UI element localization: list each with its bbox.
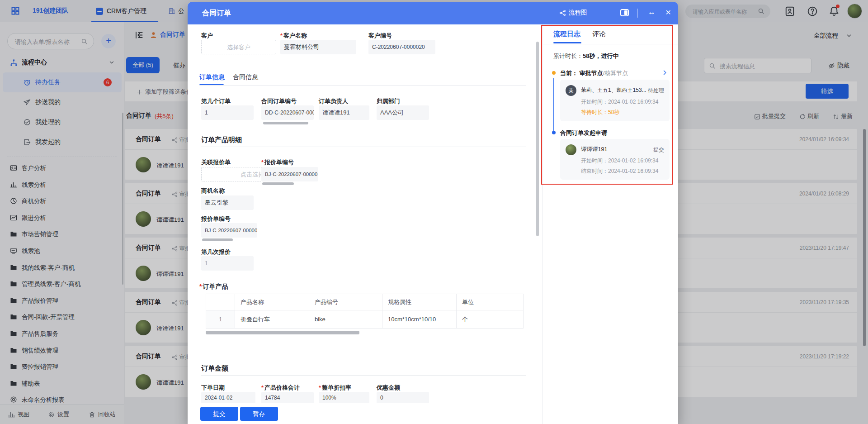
order-index-label: 第几个订单 — [201, 97, 231, 105]
initiated-node-dot — [552, 131, 556, 134]
quote-index-label: 第几次报价 — [201, 248, 231, 256]
coupon-field[interactable]: 0 — [377, 392, 429, 404]
quote-no2-label: 报价单编号 — [201, 215, 231, 223]
section-divider — [201, 147, 526, 147]
start-time: 开始时间：2024-01-02 16:09:34 — [581, 98, 658, 106]
modal-scrollbar[interactable] — [536, 42, 539, 236]
section-divider — [201, 375, 526, 376]
app-root: 191创建团队 CRM客户管理 公 请输入应用或表单名称 请输入表单/报表名称 … — [0, 0, 868, 424]
order-date-label: 下单日期 — [201, 384, 225, 392]
rel-quote-label: 关联报价单 — [201, 158, 231, 167]
cell-index: 1 — [206, 310, 235, 329]
end-time: 结束时间：2024-01-02 16:09:34 — [581, 167, 658, 175]
submit-button[interactable]: 提交 — [200, 407, 238, 421]
total-duration: 58秒 — [583, 52, 595, 59]
cell-product-name[interactable]: 折叠自行车 — [235, 310, 309, 329]
coupon-label: 优惠金额 — [377, 384, 400, 392]
quote-index-field[interactable]: 1 — [201, 256, 254, 271]
timeline-connector — [553, 78, 554, 132]
approver-names: 茉莉、王五1、凯西王153... — [581, 86, 646, 94]
tab-flow-log[interactable]: 流程日志 — [553, 30, 580, 38]
contract-order-modal: 合同订单 流程图 ↔ × 客户 选择客户 客户名称 蔓霍材料公司 客户编号 C-… — [188, 2, 678, 424]
customer-no-field[interactable]: C-20220607-0000020 — [368, 40, 435, 54]
pending-status: 待处理 — [648, 87, 664, 95]
h-scrollbar[interactable] — [263, 122, 308, 124]
dept-label: 归属部门 — [377, 97, 400, 105]
section-product-detail: 订单产品明细 — [201, 136, 242, 144]
flow-summary: 累计时长：58秒，进行中 — [553, 52, 618, 60]
flow-tab-divider — [543, 44, 678, 44]
initiator-avatar — [566, 144, 576, 155]
cell-product-code[interactable]: bike — [309, 310, 382, 329]
products-table: 产品名称 产品编号 规格属性 单位 1 折叠自行车 bike 10cm*10cm… — [206, 294, 524, 329]
customer-no-label: 客户编号 — [368, 32, 392, 40]
modal-footer: 提交 暂存 — [188, 403, 542, 424]
discount-field[interactable]: 100% — [319, 392, 369, 404]
h-scrollbar[interactable] — [202, 238, 233, 241]
total-label: 产品价格合计 — [261, 384, 300, 392]
biz-name-label: 商机名称 — [201, 187, 225, 195]
col-header-index — [206, 294, 235, 310]
flow-chart-button[interactable]: 流程图 — [559, 9, 587, 17]
customer-select-field[interactable]: 选择客户 — [201, 40, 276, 54]
order-owner-label: 订单负责人 — [319, 97, 348, 105]
h-scrollbar[interactable] — [262, 182, 294, 185]
customer-name-field[interactable]: 蔓霍材料公司 — [280, 40, 356, 54]
customer-name-label: 客户名称 — [280, 32, 307, 40]
col-header-unit: 单位 — [457, 294, 524, 310]
wait-duration: 等待时长：58秒 — [581, 109, 619, 116]
table-h-scrollbar[interactable] — [206, 331, 359, 334]
order-no-field[interactable]: DD-C-20220607-0000020 — [261, 105, 314, 120]
flow-tab-underline — [553, 42, 581, 43]
current-node-card[interactable]: 茉 茉莉、王五1、凯西王153... 待处理 开始时间：2024-01-02 1… — [560, 80, 670, 121]
approver-avatar: 茉 — [566, 85, 576, 96]
rel-quote-field[interactable]: 点击选择 — [201, 167, 264, 181]
tab-order-info[interactable]: 订单信息 — [199, 73, 225, 81]
products-label: 订单产品 — [199, 283, 228, 291]
col-header-name: 产品名称 — [235, 294, 309, 310]
order-no-label: 合同订单编号 — [261, 97, 297, 105]
initiated-node-card[interactable]: 谭谭谭191 提交 开始时间：2024-01-02 16:09:34 结束时间：… — [560, 139, 670, 180]
current-node-dot — [552, 71, 556, 75]
section-amount: 订单金额 — [201, 364, 228, 373]
modal-header: 合同订单 流程图 ↔ × — [188, 2, 678, 24]
order-index-field[interactable]: 1 — [201, 105, 254, 120]
flow-status: ，进行中 — [595, 52, 618, 59]
panel-divider — [542, 24, 543, 424]
cell-unit[interactable]: 个 — [457, 310, 524, 329]
expand-icon[interactable]: ↔ — [648, 8, 656, 17]
flow-chart-icon — [559, 10, 566, 16]
discount-label: 整单折扣率 — [319, 384, 351, 392]
quote-no-field[interactable]: BJ-C-20220607-0000019 — [261, 167, 318, 181]
initiator-name: 谭谭谭191 — [581, 146, 607, 153]
tab-contract-info[interactable]: 合同信息 — [233, 73, 258, 81]
biz-name-field[interactable]: 星云引擎 — [201, 195, 254, 210]
order-owner-field[interactable]: 谭谭谭191 — [319, 105, 369, 120]
total-field[interactable]: 14784 — [261, 392, 314, 404]
chevron-right-icon[interactable] — [661, 69, 668, 76]
initiated-node-title: 合同订单发起申请 — [560, 129, 607, 137]
panel-toggle-icon[interactable] — [620, 9, 629, 16]
tab-comments[interactable]: 评论 — [592, 30, 606, 38]
dept-field[interactable]: AAA公司 — [377, 105, 429, 120]
quote-no2-field[interactable]: BJ-C-20220607-0000019 — [201, 223, 257, 238]
modal-title: 合同订单 — [202, 9, 231, 18]
start-time: 开始时间：2024-01-02 16:09:34 — [581, 157, 658, 165]
customer-label: 客户 — [201, 32, 213, 40]
col-header-spec: 规格属性 — [382, 294, 457, 310]
col-header-code: 产品编号 — [309, 294, 382, 310]
cell-spec[interactable]: 10cm*10cm*10/10 — [382, 310, 457, 329]
divider — [637, 9, 638, 18]
save-draft-button[interactable]: 暂存 — [240, 407, 278, 421]
close-icon[interactable]: × — [665, 7, 671, 18]
order-date-field[interactable]: 2024-01-02 — [201, 392, 255, 404]
current-node-title: 当前： 审批节点/核算节点 — [560, 69, 628, 77]
quote-no-label: 报价单编号 — [261, 158, 294, 167]
tab-divider — [199, 85, 526, 86]
submit-action: 提交 — [653, 146, 664, 154]
